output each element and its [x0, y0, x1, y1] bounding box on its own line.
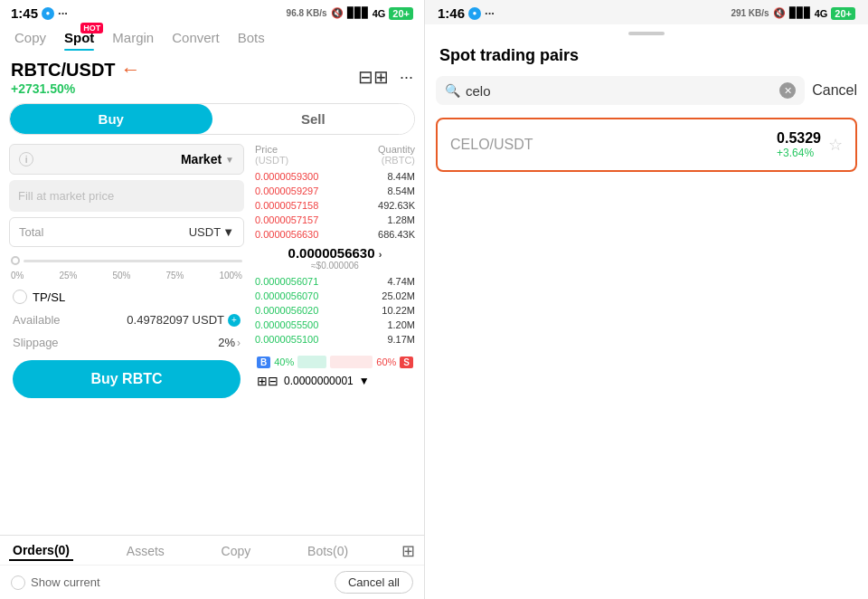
form-area: i Market ▼ Fill at market price Total US…: [5, 140, 248, 535]
status-bar-right: 1:46 ● ··· 291 KB/s 🔇 ▊▊▊ 4G 20+: [425, 0, 868, 24]
hot-badge: HOT: [80, 23, 103, 33]
s-label: S: [400, 357, 413, 368]
bottom-tab-bots[interactable]: Bots(0): [304, 542, 352, 560]
ob-header: Price(USDT) Quantity(RBTC): [251, 142, 419, 167]
nav-copy-wrapper: Copy: [7, 26, 53, 49]
trade-tabs: Buy Sell: [9, 103, 415, 135]
search-row: 🔍 ✕ Cancel: [425, 71, 868, 110]
panel-handle: [628, 32, 665, 35]
qty-header: Quantity(RBTC): [378, 144, 415, 166]
sell-pct: 60%: [376, 357, 396, 367]
pair-change: +2731.50%: [11, 81, 141, 96]
signal-icon: ▊▊▊: [347, 7, 369, 19]
pair-info: RBTC/USDT ← +2731.50%: [11, 58, 141, 96]
slippage-label: Slippage: [13, 336, 59, 349]
arrow-icon: ←: [121, 58, 141, 81]
pair-name[interactable]: RBTC/USDT ←: [11, 58, 141, 81]
panel-title: Spot trading pairs: [425, 39, 868, 71]
show-current-checkbox[interactable]: [11, 575, 25, 590]
right-panel: 1:46 ● ··· 291 KB/s 🔇 ▊▊▊ 4G 20+ Spot tr…: [425, 0, 868, 599]
price-header: Price(USDT): [255, 144, 288, 166]
ellipsis-right: ···: [485, 6, 495, 20]
dropdown-icon: ▼: [222, 225, 234, 239]
step-chevron: ▼: [359, 375, 370, 387]
buy-pct: 40%: [274, 357, 294, 367]
b-label: B: [257, 357, 270, 368]
bid-3: 0.0000055500 1.20M: [251, 318, 419, 332]
order-type-field[interactable]: i Market ▼: [9, 144, 244, 175]
market-select[interactable]: Market ▼: [181, 152, 234, 166]
battery-right: 20+: [831, 7, 855, 20]
search-input[interactable]: [466, 83, 774, 99]
clear-search-button[interactable]: ✕: [779, 82, 796, 99]
pair-header: RBTC/USDT ← +2731.50% ⊟⊞ ···: [0, 54, 424, 98]
cancel-search-button[interactable]: Cancel: [812, 82, 857, 99]
nav-tab-bots[interactable]: Bots: [231, 26, 272, 49]
time-left: 1:45: [11, 5, 38, 21]
left-panel: 1:45 ● ··· 96.8 KB/s 🔇 ▊▊▊ 4G 20+ Copy S…: [0, 0, 425, 599]
network-speed: 96.8 KB/s: [287, 8, 327, 18]
pair-result-name: CELO/USDT: [450, 137, 533, 153]
settings-icon[interactable]: ⊞: [401, 541, 415, 561]
time-right: 1:46: [438, 5, 465, 21]
cancel-all-button[interactable]: Cancel all: [335, 571, 413, 594]
info-icon: i: [19, 152, 33, 166]
buy-depth-bar: [297, 356, 326, 368]
more-icon[interactable]: ···: [400, 68, 413, 87]
bid-4: 0.0000055100 9.17M: [251, 332, 419, 347]
buy-rbtc-button[interactable]: Buy RBTC: [13, 360, 241, 398]
pair-result-right: 0.5329 +3.64% ☆: [777, 130, 843, 159]
nav-spot-wrapper: Spot HOT: [57, 26, 101, 49]
nav-tab-copy[interactable]: Copy: [7, 26, 53, 49]
chevron-right-icon: ›: [237, 337, 241, 349]
mute-icon-right: 🔇: [773, 7, 786, 19]
slider-thumb[interactable]: [11, 256, 20, 265]
watchlist-star-icon[interactable]: ☆: [828, 135, 843, 155]
bottom-tabs: Orders(0) Assets Copy Bots(0) ⊞: [0, 535, 424, 565]
available-value: 0.49782097 USDT +: [127, 313, 241, 327]
order-book: Price(USDT) Quantity(RBTC) 0.0000059300 …: [251, 140, 419, 535]
nav-tabs: Copy Spot HOT Margin Convert Bots: [0, 24, 424, 54]
trade-area: i Market ▼ Fill at market price Total US…: [0, 140, 424, 535]
status-icon-right: ●: [468, 7, 481, 20]
bid-2: 0.0000056020 10.22M: [251, 303, 419, 318]
sell-depth-bar: [330, 356, 373, 368]
slider-track[interactable]: [24, 260, 242, 262]
buy-tab[interactable]: Buy: [10, 104, 212, 134]
depth-bar-section: B 40% 60% S: [251, 352, 419, 372]
ask-4: 0.0000056630 686.43K: [251, 227, 419, 242]
bottom-tab-assets[interactable]: Assets: [123, 542, 168, 560]
sell-tab[interactable]: Sell: [212, 104, 415, 134]
bid-1: 0.0000056070 25.02M: [251, 289, 419, 303]
add-funds-icon[interactable]: +: [228, 314, 241, 327]
battery-left: 20+: [389, 7, 413, 20]
bottom-tab-copy[interactable]: Copy: [218, 542, 255, 560]
search-box: 🔍 ✕: [436, 76, 805, 105]
tpsl-label: TP/SL: [33, 290, 65, 304]
nav-tab-margin[interactable]: Margin: [105, 26, 161, 49]
status-bar-left: 1:45 ● ··· 96.8 KB/s 🔇 ▊▊▊ 4G 20+: [0, 0, 424, 24]
network-type-right: 4G: [815, 8, 828, 19]
total-field[interactable]: Total USDT ▼: [9, 217, 244, 247]
pair-result-row[interactable]: CELO/USDT 0.5329 +3.64% ☆: [436, 118, 857, 172]
step-row[interactable]: ⊞⊟ 0.0000000001 ▼: [251, 372, 419, 390]
bid-0: 0.0000056071 4.74M: [251, 274, 419, 289]
slippage-value: 2% ›: [218, 336, 241, 349]
right-content: Spot trading pairs 🔍 ✕ Cancel CELO/USDT …: [425, 24, 868, 599]
slider-labels: 0% 25% 50% 75% 100%: [9, 269, 244, 282]
total-label: Total: [19, 225, 43, 239]
tpsl-row[interactable]: TP/SL: [9, 288, 244, 306]
step-icon: ⊞⊟: [257, 374, 278, 388]
percentage-slider[interactable]: 0% 25% 50% 75% 100%: [9, 252, 244, 282]
nav-tab-convert[interactable]: Convert: [165, 26, 227, 49]
mid-price-sub: ≈$0.000006: [251, 261, 419, 274]
pair-result-change: +3.64%: [777, 147, 821, 159]
ask-1: 0.0000059297 8.54M: [251, 184, 419, 198]
slippage-row[interactable]: Slippage 2% ›: [9, 334, 244, 351]
mid-price[interactable]: 0.0000056630 ›: [251, 242, 419, 261]
network-speed-right: 291 KB/s: [731, 8, 769, 18]
chart-icon[interactable]: ⊟⊞: [358, 66, 389, 88]
tpsl-checkbox[interactable]: [13, 290, 27, 304]
bottom-tab-orders[interactable]: Orders(0): [9, 541, 73, 561]
price-input: Fill at market price: [9, 180, 244, 212]
